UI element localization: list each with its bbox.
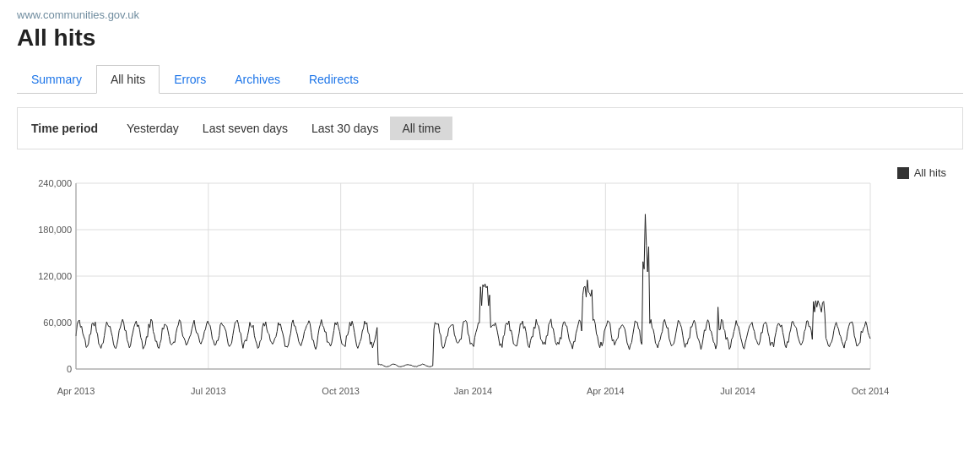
chart-legend: All hits xyxy=(897,166,946,179)
tab-all-hits[interactable]: All hits xyxy=(96,65,160,94)
legend-label: All hits xyxy=(914,166,946,179)
time-period-bar: Time period Yesterday Last seven days La… xyxy=(17,107,963,149)
site-url: www.communities.gov.uk xyxy=(17,8,963,21)
time-btn-last-30-days[interactable]: Last 30 days xyxy=(300,117,390,140)
time-btn-all-time[interactable]: All time xyxy=(390,117,452,140)
time-btn-yesterday[interactable]: Yesterday xyxy=(115,117,191,140)
tab-summary[interactable]: Summary xyxy=(17,65,96,94)
chart-canvas xyxy=(17,166,980,403)
tab-errors[interactable]: Errors xyxy=(160,65,220,94)
chart-wrap: All hits xyxy=(17,166,963,403)
legend-box xyxy=(897,167,909,179)
page-title: All hits xyxy=(17,24,963,52)
tab-archives[interactable]: Archives xyxy=(220,65,295,94)
time-period-label: Time period xyxy=(31,122,98,135)
time-btn-last-seven-days[interactable]: Last seven days xyxy=(191,117,300,140)
page-container: www.communities.gov.uk All hits Summary … xyxy=(0,0,980,411)
tab-redirects[interactable]: Redirects xyxy=(295,65,373,94)
tabs-bar: Summary All hits Errors Archives Redirec… xyxy=(17,65,963,94)
